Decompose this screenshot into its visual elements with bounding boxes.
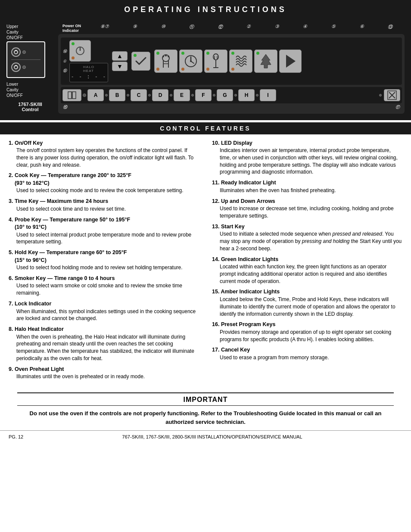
power-on-indicator-label: Power ONIndicator bbox=[62, 24, 81, 33]
ready-indicator-key bbox=[131, 52, 150, 71]
feature-item-1: 1. On/Off Key The on/off control system … bbox=[9, 140, 199, 169]
feature-17-desc: Used to erase a program from memory stor… bbox=[212, 354, 402, 361]
cook-key[interactable] bbox=[154, 50, 177, 73]
feature-item-14: 14. Green Indicator Lights Located withi… bbox=[212, 256, 402, 285]
feature-12-title: Up and Down Arrows bbox=[221, 198, 275, 204]
feature-14-title: Green Indicator Lights bbox=[221, 256, 278, 262]
num-11: ⑪ bbox=[189, 24, 194, 30]
preset-key-h[interactable]: H bbox=[238, 89, 255, 101]
hold-amber-dot bbox=[231, 68, 234, 71]
model-label: 1767-SK/III bbox=[18, 102, 42, 107]
feature-15-num: 15. bbox=[212, 289, 219, 295]
cancel-key[interactable] bbox=[384, 89, 400, 101]
hold-key[interactable] bbox=[229, 50, 252, 73]
halo-heat-display: HALOHEAT - - : - - bbox=[69, 63, 108, 82]
preset-dot-5 bbox=[191, 94, 194, 96]
preset-key-a[interactable]: A bbox=[87, 89, 104, 101]
book-preset-key[interactable] bbox=[62, 89, 81, 101]
feature-item-13: 13. Start Key Used to initiate a selecte… bbox=[212, 223, 402, 252]
preset-dot-3 bbox=[148, 94, 151, 96]
important-text: Do not use the oven if the controls are … bbox=[9, 409, 402, 430]
num-5: ⑤ bbox=[331, 24, 336, 30]
time-key[interactable] bbox=[179, 50, 202, 73]
feature-6-num: 6. bbox=[9, 275, 13, 281]
feature-15-title: Amber Indicator Lights bbox=[221, 289, 280, 295]
preset-dot-7 bbox=[234, 94, 237, 96]
feature-13-num: 13. bbox=[212, 224, 219, 230]
feature-12-num: 12. bbox=[212, 198, 219, 204]
cook-green-dot bbox=[156, 52, 159, 55]
on-off-key[interactable] bbox=[69, 40, 91, 62]
control-box bbox=[6, 41, 45, 78]
features-right-column: 10. LED Display Indicates interior oven … bbox=[212, 140, 402, 384]
preset-keys-row: A B C D E F G H I bbox=[61, 87, 402, 103]
preset-dot-4 bbox=[170, 94, 172, 96]
svg-rect-25 bbox=[72, 92, 76, 99]
feature-9-desc: Illuminates until the oven is preheated … bbox=[9, 373, 199, 380]
num-14-label: ⑭ bbox=[63, 49, 67, 54]
feature-13-title: Start Key bbox=[221, 224, 245, 230]
feature-7-num: 7. bbox=[9, 301, 13, 307]
feature-2-num: 2. bbox=[9, 172, 13, 178]
footer-spacer bbox=[401, 434, 402, 439]
feature-8-num: 8. bbox=[9, 326, 13, 332]
feature-item-4: 4. Probe Key — Temperature range 50° to … bbox=[9, 216, 199, 246]
important-header: IMPORTANT bbox=[9, 393, 402, 405]
preset-dot-1 bbox=[105, 94, 108, 96]
model-sublabel: Control bbox=[22, 107, 38, 112]
feature-15-desc: Located below the Cook, Time, Probe and … bbox=[212, 296, 402, 317]
preset-key-c[interactable]: C bbox=[131, 89, 147, 101]
feature-item-2: 2. Cook Key — Temperature range 200° to … bbox=[9, 172, 199, 194]
feature-item-8: 8. Halo Heat Indicator When the oven is … bbox=[9, 326, 199, 362]
feature-16-num: 16. bbox=[212, 321, 219, 327]
bottom-numbers: ⑯ ⑰ bbox=[61, 103, 402, 111]
smoker-green-dot bbox=[256, 52, 259, 55]
feature-item-9: 9. Oven Preheat Light Illuminates until … bbox=[9, 366, 199, 380]
feature-5-title: Hold Key — Temperature range 60° to 205°… bbox=[9, 249, 127, 263]
preset-key-d[interactable]: D bbox=[152, 89, 168, 101]
preset-key-b[interactable]: B bbox=[109, 89, 125, 101]
feature-item-17: 17. Cancel Key Used to erase a program f… bbox=[212, 346, 402, 361]
preset-key-i[interactable]: I bbox=[260, 89, 276, 101]
up-arrow-key[interactable]: ▲ bbox=[112, 51, 128, 61]
feature-6-title: Smoker Key — Time range 0 to 4 hours bbox=[15, 275, 115, 281]
feature-5-desc: Used to select food holding mode and to … bbox=[9, 264, 199, 271]
feature-1-num: 1. bbox=[9, 140, 13, 146]
num-9: ⑨ bbox=[133, 24, 137, 30]
svg-point-12 bbox=[168, 56, 169, 57]
feature-8-title: Halo Heat Indicator bbox=[15, 326, 64, 332]
feature-4-desc: Used to select internal product probe te… bbox=[9, 231, 199, 246]
preset-dot-end bbox=[379, 94, 382, 96]
smoker-key[interactable] bbox=[254, 50, 277, 73]
feature-12-desc: Used to increase or decrease set time, i… bbox=[212, 205, 402, 220]
probe-key[interactable] bbox=[204, 50, 227, 73]
svg-point-11 bbox=[165, 55, 167, 56]
lower-cavity-label: Lower Cavity ON/OFF bbox=[6, 82, 23, 98]
num-3: ③ bbox=[275, 24, 279, 30]
feature-10-title: LED Display bbox=[221, 140, 252, 146]
start-key[interactable] bbox=[279, 50, 302, 73]
feature-item-15: 15. Amber Indicator Lights Located below… bbox=[212, 288, 402, 317]
preset-dot-2 bbox=[127, 94, 129, 96]
feature-14-desc: Located within each function key, the gr… bbox=[212, 263, 402, 285]
feature-item-16: 16. Preset Program Keys Provides memory … bbox=[212, 321, 402, 343]
svg-point-16 bbox=[190, 60, 192, 62]
num-10: ⑩ bbox=[161, 24, 165, 30]
feature-7-desc: When illuminated, this symbol indicates … bbox=[9, 308, 199, 323]
feature-16-desc: Provides memory storage and operation of… bbox=[212, 329, 402, 343]
important-bottom-divider bbox=[17, 405, 394, 406]
halo-label: HALOHEAT bbox=[83, 65, 94, 73]
feature-item-11: 11. Ready Indicator Light Illuminates wh… bbox=[212, 179, 402, 194]
feature-6-desc: Used to select warm smoke or cold smoke … bbox=[9, 282, 199, 297]
preset-key-e[interactable]: E bbox=[174, 89, 190, 101]
feature-5-num: 5. bbox=[9, 249, 13, 255]
preset-key-f[interactable]: F bbox=[195, 89, 212, 101]
feature-17-num: 17. bbox=[212, 347, 219, 353]
num-4: ④ bbox=[303, 24, 307, 30]
diagram-section: Upper Cavity ON/OFF bbox=[0, 19, 411, 120]
preset-key-g[interactable]: G bbox=[217, 89, 233, 101]
feature-item-3: 3. Time Key — Maximum time 24 hours Used… bbox=[9, 198, 199, 212]
feature-14-num: 14. bbox=[212, 256, 219, 262]
features-content: 1. On/Off Key The on/off control system … bbox=[0, 134, 411, 389]
down-arrow-key[interactable]: ▼ bbox=[112, 62, 128, 71]
